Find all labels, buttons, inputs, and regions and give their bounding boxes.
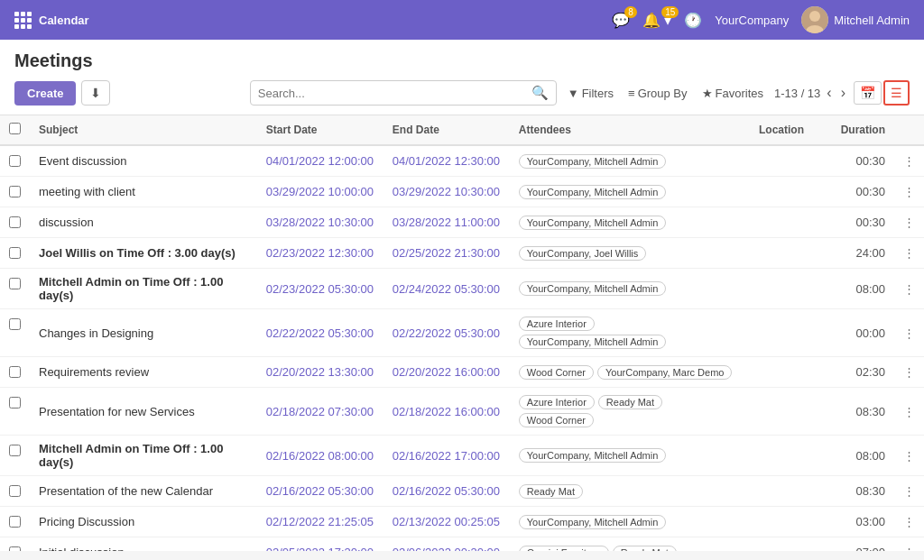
- attendee-tag[interactable]: YourCompany, Mitchell Admin: [519, 185, 667, 199]
- subject-cell[interactable]: Mitchell Admin on Time Off : 1.00 day(s): [30, 436, 257, 476]
- attendee-tag[interactable]: Wood Corner: [519, 413, 594, 427]
- subject-cell[interactable]: Pricing Discussion: [30, 507, 257, 537]
- attendee-tag[interactable]: Azure Interior: [519, 317, 595, 331]
- row-more-cell[interactable]: ⋮: [894, 238, 924, 269]
- subject-cell[interactable]: Presentation for new Services: [30, 388, 257, 436]
- start-date-link[interactable]: 02/05/2022 17:30:00: [266, 546, 374, 551]
- attendee-tag[interactable]: YourCompany, Mitchell Admin: [519, 448, 667, 463]
- start-date-cell[interactable]: 02/20/2022 13:30:00: [257, 357, 383, 388]
- end-date-cell[interactable]: 02/16/2022 17:00:00: [383, 436, 510, 476]
- row-checkbox[interactable]: [9, 397, 21, 409]
- end-date-cell[interactable]: 02/06/2022 00:30:00: [383, 537, 510, 552]
- end-date-cell[interactable]: 03/29/2022 10:30:00: [383, 177, 510, 207]
- start-date-link[interactable]: 02/12/2022 21:25:05: [266, 515, 374, 528]
- end-date-link[interactable]: 03/29/2022 10:30:00: [393, 185, 500, 198]
- start-date-link[interactable]: 02/20/2022 13:30:00: [266, 365, 374, 379]
- end-date-link[interactable]: 02/25/2022 21:30:00: [393, 246, 500, 260]
- end-date-link[interactable]: 02/13/2022 00:25:05: [393, 515, 500, 528]
- subject-cell[interactable]: Initial discussion: [30, 537, 257, 552]
- row-more-cell[interactable]: ⋮: [894, 177, 924, 207]
- start-date-cell[interactable]: 03/29/2022 10:00:00: [257, 177, 383, 207]
- start-date-cell[interactable]: 04/01/2022 12:00:00: [257, 145, 383, 177]
- end-date-link[interactable]: 02/06/2022 00:30:00: [393, 546, 500, 551]
- row-checkbox[interactable]: [9, 247, 21, 259]
- subject-cell[interactable]: Presentation of the new Calendar: [30, 476, 257, 507]
- subject-cell[interactable]: Event discussion: [30, 145, 257, 177]
- subject-cell[interactable]: Requirements review: [30, 357, 257, 388]
- row-checkbox[interactable]: [9, 516, 21, 528]
- row-checkbox[interactable]: [9, 318, 21, 330]
- col-attendees-header[interactable]: Attendees: [510, 115, 750, 145]
- start-date-cell[interactable]: 02/05/2022 17:30:00: [257, 537, 383, 552]
- attendee-tag[interactable]: YourCompany, Joel Willis: [519, 246, 647, 261]
- end-date-cell[interactable]: 02/13/2022 00:25:05: [383, 507, 510, 537]
- row-more-cell[interactable]: ⋮: [894, 537, 924, 552]
- subject-cell[interactable]: meeting with client: [30, 177, 257, 207]
- start-date-cell[interactable]: 02/16/2022 08:00:00: [257, 436, 383, 476]
- filters-button[interactable]: ▼ Filters: [562, 83, 619, 104]
- start-date-link[interactable]: 03/28/2022 10:30:00: [266, 216, 374, 229]
- clock-button[interactable]: 🕐: [684, 12, 702, 29]
- end-date-cell[interactable]: 02/22/2022 05:30:00: [383, 309, 510, 357]
- attendee-tag[interactable]: YourCompany, Mitchell Admin: [519, 335, 667, 349]
- attendee-tag[interactable]: YourCompany, Mitchell Admin: [519, 216, 667, 230]
- row-checkbox[interactable]: [9, 216, 21, 228]
- start-date-link[interactable]: 02/16/2022 05:30:00: [266, 484, 374, 498]
- start-date-link[interactable]: 02/23/2022 12:30:00: [266, 246, 374, 260]
- end-date-link[interactable]: 02/18/2022 16:00:00: [393, 405, 500, 418]
- attendee-tag[interactable]: Ready Mat: [519, 484, 583, 499]
- end-date-link[interactable]: 02/24/2022 05:30:00: [393, 282, 500, 296]
- subject-cell[interactable]: Changes in Designing: [30, 309, 257, 357]
- bell-button[interactable]: 🔔 ▾ 15: [642, 12, 671, 29]
- row-checkbox[interactable]: [9, 366, 21, 378]
- end-date-link[interactable]: 04/01/2022 12:30:00: [393, 154, 500, 168]
- row-more-cell[interactable]: ⋮: [894, 357, 924, 388]
- attendee-tag[interactable]: YourCompany, Mitchell Admin: [519, 154, 667, 169]
- start-date-link[interactable]: 02/18/2022 07:30:00: [266, 405, 374, 418]
- start-date-cell[interactable]: 02/12/2022 21:25:05: [257, 507, 383, 537]
- brand[interactable]: Calendar: [14, 12, 601, 29]
- attendee-tag[interactable]: YourCompany, Marc Demo: [597, 365, 732, 380]
- end-date-link[interactable]: 02/22/2022 05:30:00: [393, 326, 500, 340]
- end-date-cell[interactable]: 02/18/2022 16:00:00: [383, 388, 510, 436]
- col-startdate-header[interactable]: Start Date: [257, 115, 383, 145]
- list-view-button[interactable]: ☰: [883, 80, 910, 106]
- end-date-link[interactable]: 02/20/2022 16:00:00: [393, 365, 500, 379]
- attendee-tag[interactable]: Wood Corner: [519, 365, 594, 380]
- start-date-cell[interactable]: 02/16/2022 05:30:00: [257, 476, 383, 507]
- calendar-view-button[interactable]: 📅: [854, 81, 882, 105]
- create-button[interactable]: Create: [14, 81, 76, 106]
- start-date-link[interactable]: 02/22/2022 05:30:00: [266, 326, 374, 340]
- attendee-tag[interactable]: Azure Interior: [519, 395, 595, 409]
- row-more-cell[interactable]: ⋮: [894, 507, 924, 537]
- col-enddate-header[interactable]: End Date: [383, 115, 510, 145]
- start-date-cell[interactable]: 02/23/2022 05:30:00: [257, 269, 383, 309]
- end-date-link[interactable]: 02/16/2022 05:30:00: [393, 484, 500, 498]
- subject-cell[interactable]: discussion: [30, 207, 257, 238]
- end-date-link[interactable]: 02/16/2022 17:00:00: [393, 449, 500, 463]
- search-icon[interactable]: 🔍: [531, 85, 549, 101]
- start-date-link[interactable]: 02/23/2022 05:30:00: [266, 282, 374, 296]
- download-button[interactable]: ⬇: [81, 80, 110, 106]
- row-more-cell[interactable]: ⋮: [894, 436, 924, 476]
- col-duration-header[interactable]: Duration: [831, 115, 894, 145]
- end-date-cell[interactable]: 02/16/2022 05:30:00: [383, 476, 510, 507]
- end-date-link[interactable]: 03/28/2022 11:00:00: [393, 216, 500, 229]
- end-date-cell[interactable]: 02/20/2022 16:00:00: [383, 357, 510, 388]
- col-location-header[interactable]: Location: [750, 115, 831, 145]
- row-more-cell[interactable]: ⋮: [894, 476, 924, 507]
- row-more-cell[interactable]: ⋮: [894, 309, 924, 357]
- attendee-tag[interactable]: Gemini Furniture: [519, 546, 609, 552]
- end-date-cell[interactable]: 02/25/2022 21:30:00: [383, 238, 510, 269]
- start-date-link[interactable]: 02/16/2022 08:00:00: [266, 449, 374, 463]
- start-date-cell[interactable]: 02/18/2022 07:30:00: [257, 388, 383, 436]
- attendee-tag[interactable]: YourCompany, Mitchell Admin: [519, 281, 667, 296]
- row-checkbox[interactable]: [9, 445, 21, 456]
- start-date-cell[interactable]: 02/22/2022 05:30:00: [257, 309, 383, 357]
- next-page-button[interactable]: ›: [838, 85, 848, 101]
- row-checkbox[interactable]: [9, 186, 21, 197]
- attendee-tag[interactable]: YourCompany, Mitchell Admin: [519, 515, 667, 529]
- attendee-tag[interactable]: Ready Mat: [613, 546, 677, 552]
- row-checkbox[interactable]: [9, 278, 21, 289]
- chat-button[interactable]: 💬 8: [612, 12, 630, 29]
